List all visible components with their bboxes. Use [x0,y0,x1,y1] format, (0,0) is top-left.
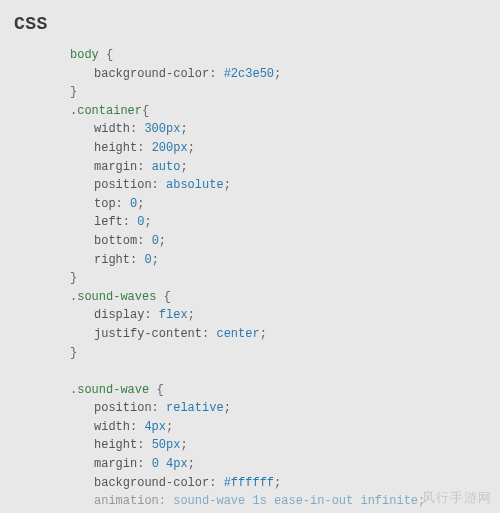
code-line: } [70,83,500,102]
css-prop: position [94,401,152,415]
css-prop: position [94,178,152,192]
css-value: relative [166,401,224,415]
css-value: absolute [166,178,224,192]
code-line: bottom: 0; [70,232,500,251]
css-value: 0 [152,234,159,248]
code-line: height: 200px; [70,139,500,158]
colon: : [137,438,151,452]
colon: : [137,141,151,155]
code-line: position: absolute; [70,176,500,195]
css-value: 0 4px [152,457,188,471]
brace-open: { [156,290,170,304]
semicolon: ; [224,401,231,415]
css-value: 300px [144,122,180,136]
css-prop: justify-content [94,327,202,341]
css-prop: top [94,197,116,211]
css-prop: display [94,308,144,322]
selector: .sound-waves [70,290,156,304]
code-line: display: flex; [70,306,500,325]
colon: : [137,160,151,174]
semicolon: ; [180,160,187,174]
code-line: .container{ [70,102,500,121]
code-line: .sound-waves { [70,288,500,307]
semicolon: ; [152,253,159,267]
css-value: sound-wave 1s ease-in-out infinite [173,494,418,508]
semicolon: ; [159,234,166,248]
code-line: body { [70,46,500,65]
watermark: 风行手游网 [422,489,492,507]
colon: : [130,253,144,267]
colon: : [152,401,166,415]
css-value: auto [152,160,181,174]
css-code-block: body { background-color: #2c3e50; } .con… [0,38,500,513]
semicolon: ; [188,457,195,471]
code-line: } [70,344,500,363]
css-prop: bottom [94,234,137,248]
css-value: 200px [152,141,188,155]
code-line: background-color: #2c3e50; [70,65,500,84]
code-line: margin: auto; [70,158,500,177]
selector: body [70,48,99,62]
css-value: flex [159,308,188,322]
css-prop: left [94,215,123,229]
semicolon: ; [274,476,281,490]
css-prop: background-color [94,67,209,81]
semicolon: ; [144,215,151,229]
brace-open: { [149,383,163,397]
css-value: 4px [144,420,166,434]
colon: : [137,457,151,471]
colon: : [123,215,137,229]
colon: : [209,476,223,490]
css-prop: animation [94,494,159,508]
brace-close: } [70,271,77,285]
code-line: width: 300px; [70,120,500,139]
css-prop: margin [94,457,137,471]
semicolon: ; [188,141,195,155]
semicolon: ; [260,327,267,341]
brace-close: } [70,346,77,360]
css-prop: width [94,420,130,434]
code-line: justify-content: center; [70,325,500,344]
css-prop: background-color [94,476,209,490]
semicolon: ; [274,67,281,81]
code-line: top: 0; [70,195,500,214]
semicolon: ; [224,178,231,192]
colon: : [159,494,173,508]
colon: : [137,234,151,248]
colon: : [152,178,166,192]
code-line: right: 0; [70,251,500,270]
selector: .sound-wave [70,383,149,397]
css-prop: margin [94,160,137,174]
code-line: } [70,269,500,288]
semicolon: ; [166,420,173,434]
blank-line [70,362,500,381]
css-prop: height [94,438,137,452]
semicolon: ; [137,197,144,211]
selector: .container [70,104,142,118]
semicolon: ; [188,308,195,322]
colon: : [130,420,144,434]
code-line: .sound-wave { [70,381,500,400]
code-line: position: relative; [70,399,500,418]
brace-close: } [70,85,77,99]
colon: : [202,327,216,341]
code-line: width: 4px; [70,418,500,437]
css-value: #2c3e50 [224,67,274,81]
css-value: 50px [152,438,181,452]
code-line: margin: 0 4px; [70,455,500,474]
semicolon: ; [180,438,187,452]
colon: : [116,197,130,211]
css-value: #ffffff [224,476,274,490]
css-prop: height [94,141,137,155]
colon: : [209,67,223,81]
colon: : [144,308,158,322]
code-line: left: 0; [70,213,500,232]
css-value: center [216,327,259,341]
css-prop: width [94,122,130,136]
brace-open: { [142,104,149,118]
brace-open: { [99,48,113,62]
css-value: 0 [144,253,151,267]
code-line: height: 50px; [70,436,500,455]
page-title: CSS [0,0,500,38]
semicolon: ; [180,122,187,136]
